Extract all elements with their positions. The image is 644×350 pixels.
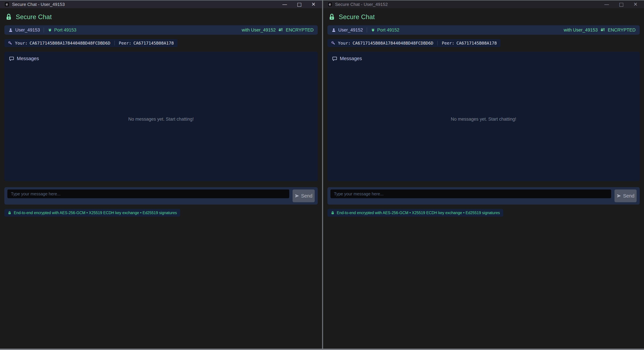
message-input[interactable] (8, 189, 289, 198)
key-icon (331, 41, 335, 45)
maximize-button[interactable]: □ (297, 2, 302, 7)
encryption-footer-text: End-to-end encrypted with AES-256-GCM • … (14, 211, 177, 215)
desktop: e Secure Chat - User_49153 — □ ✕ Secure … (0, 0, 644, 349)
close-button[interactable]: ✕ (311, 2, 316, 7)
empty-state-text: No messages yet. Start chatting! (332, 61, 635, 177)
send-label: Send (301, 193, 312, 199)
key-icon (8, 41, 12, 45)
encrypted-icon (600, 28, 605, 32)
empty-state-text: No messages yet. Start chatting! (9, 61, 313, 177)
encryption-footer-text: End-to-end encrypted with AES-256-GCM • … (337, 211, 500, 215)
connection-info-bar: User_49152 Port 49152 with User_49153 EN… (328, 25, 640, 35)
port-icon (371, 28, 375, 32)
footer-lock-icon (8, 211, 12, 215)
send-button[interactable]: Send (292, 189, 315, 202)
encrypted-badge: ENCRYPTED (608, 27, 636, 33)
username-label: User_49152 (338, 27, 363, 33)
peer-fingerprint-label: Peer: (119, 41, 131, 46)
window-controls: — □ ✕ (282, 2, 319, 7)
port-label: Port 49152 (377, 27, 400, 33)
window-user-49152: e Secure Chat - User_49152 — □ ✕ Secure … (322, 0, 644, 349)
app-icon: e (328, 2, 332, 7)
port-group: Port 49152 (371, 27, 400, 33)
encrypted-icon (278, 28, 283, 32)
close-button[interactable]: ✕ (634, 2, 638, 7)
peer-status-group: with User_49152 ENCRYPTED (242, 27, 314, 33)
encryption-footer: End-to-end encrypted with AES-256-GCM • … (4, 209, 180, 217)
connection-info-bar: User_49153 Port 49153 with User_49152 EN… (4, 25, 318, 35)
with-peer-label: with User_49153 (564, 27, 598, 33)
your-fingerprint-label: Your: (15, 41, 28, 46)
window-controls: — □ ✕ (604, 2, 641, 7)
user-icon (8, 28, 13, 32)
encrypted-badge: ENCRYPTED (286, 27, 314, 33)
user-icon (332, 28, 336, 32)
username-label: User_49153 (15, 27, 40, 33)
send-label: Send (623, 193, 634, 199)
message-composer: Send (4, 187, 318, 204)
send-icon (617, 194, 621, 198)
peer-fingerprint-value: CA6717145B08A178 (133, 41, 174, 46)
footer-lock-icon (331, 211, 334, 215)
your-fingerprint-label: Your: (338, 41, 350, 46)
window-content: Secure Chat User_49152 Port 49152 (323, 8, 644, 349)
your-fingerprint-value: CA6717145B08A17844048BD48FCDBD6D (30, 41, 110, 46)
window-title: Secure Chat - User_49152 (335, 2, 388, 7)
send-icon (295, 194, 299, 198)
app-icon: e (4, 2, 10, 7)
fingerprint-bar: Your: CA6717145B08A17844048BD48FCDBD6D P… (328, 39, 500, 47)
fingerprint-bar: Your: CA6717145B08A17844048BD48FCDBD6D P… (4, 39, 178, 47)
divider (367, 27, 367, 32)
user-group: User_49153 (8, 27, 40, 33)
window-title: Secure Chat - User_49153 (12, 2, 65, 7)
window-user-49153: e Secure Chat - User_49153 — □ ✕ Secure … (0, 0, 322, 349)
app-title: Secure Chat (339, 13, 375, 21)
port-group: Port 49153 (48, 27, 76, 33)
messages-panel: Messages No messages yet. Start chatting… (328, 52, 640, 181)
chat-bubble-icon (332, 56, 337, 61)
port-icon (48, 28, 52, 32)
messages-header: Messages (332, 56, 635, 61)
titlebar[interactable]: e Secure Chat - User_49153 — □ ✕ (0, 0, 322, 8)
send-button[interactable]: Send (614, 189, 636, 202)
port-label: Port 49153 (54, 27, 76, 33)
divider (437, 41, 438, 45)
maximize-button[interactable]: □ (619, 2, 624, 7)
lock-icon (5, 13, 12, 21)
app-title: Secure Chat (16, 13, 52, 21)
peer-status-group: with User_49153 ENCRYPTED (564, 27, 636, 33)
minimize-button[interactable]: — (604, 2, 609, 7)
messages-panel: Messages No messages yet. Start chatting… (4, 52, 318, 181)
your-fingerprint-value: CA6717145B08A17844048BD48FCDBD6D (352, 41, 434, 46)
message-composer: Send (328, 187, 640, 204)
minimize-button[interactable]: — (282, 2, 287, 7)
messages-title: Messages (17, 56, 39, 61)
taskbar-strip (0, 349, 644, 350)
divider (114, 41, 115, 45)
window-content: Secure Chat User_49153 Port 49153 (0, 8, 322, 349)
titlebar[interactable]: e Secure Chat - User_49152 — □ ✕ (323, 0, 644, 8)
messages-title: Messages (340, 56, 362, 61)
peer-fingerprint-value: CA6717145B08A178 (456, 41, 497, 46)
user-group: User_49152 (332, 27, 363, 33)
messages-header: Messages (9, 56, 313, 61)
divider (44, 27, 44, 32)
with-peer-label: with User_49152 (242, 27, 276, 33)
chat-bubble-icon (9, 56, 14, 61)
app-header: Secure Chat (5, 13, 322, 21)
peer-fingerprint-label: Peer: (442, 41, 454, 46)
encryption-footer: End-to-end encrypted with AES-256-GCM • … (328, 209, 503, 217)
message-input[interactable] (330, 189, 611, 198)
app-header: Secure Chat (328, 13, 644, 21)
lock-icon (328, 13, 336, 21)
